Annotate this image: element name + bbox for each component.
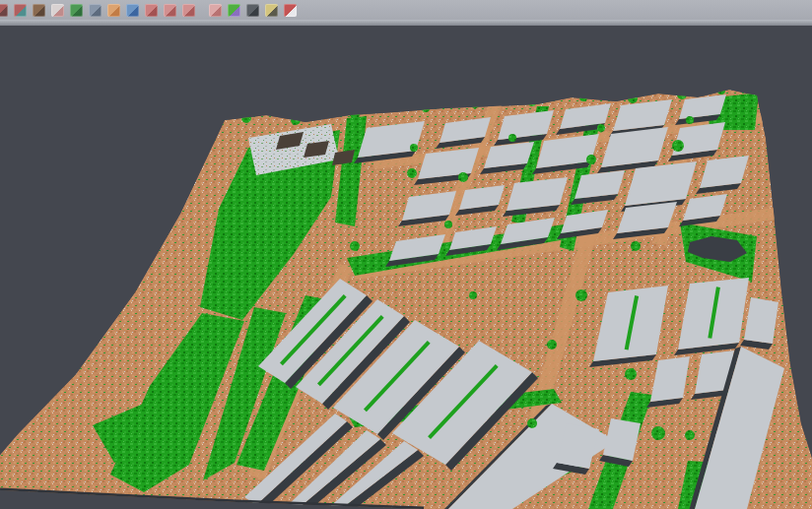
classification-map-icon[interactable] — [228, 4, 240, 17]
dashed-region-icon[interactable] — [209, 4, 222, 17]
3d-viewport-container — [0, 26, 812, 509]
layers-red-icon[interactable] — [145, 4, 158, 17]
profile-column-icon[interactable] — [89, 4, 102, 17]
tree — [410, 144, 418, 152]
terrain-layer — [0, 87, 812, 509]
tree — [625, 368, 637, 380]
tree — [241, 113, 251, 123]
tree — [672, 140, 684, 152]
tree — [291, 115, 301, 125]
tree — [677, 90, 687, 99]
tree — [350, 241, 360, 251]
dem-hill-icon[interactable] — [33, 4, 45, 17]
tree — [717, 87, 725, 95]
tree — [469, 291, 477, 299]
tree — [508, 134, 516, 142]
tree — [685, 430, 695, 440]
tree — [458, 172, 468, 182]
tree — [579, 94, 587, 101]
rectangle-selection-icon[interactable] — [182, 4, 195, 17]
tree — [751, 91, 759, 98]
point-cloud-multicolor-icon[interactable] — [14, 4, 27, 17]
clip-box-icon[interactable] — [265, 4, 278, 17]
tree — [547, 340, 557, 350]
tree — [575, 289, 587, 301]
tree — [444, 221, 452, 228]
tree — [628, 94, 638, 103]
orthophoto-icon[interactable] — [107, 4, 120, 17]
tree — [631, 241, 641, 251]
tree — [422, 104, 430, 112]
globe-icon[interactable] — [126, 4, 139, 17]
application-window: { "toolbar": { "icons": [ {"name":"point… — [0, 0, 812, 509]
tree — [597, 124, 605, 132]
point-cloud-red-icon[interactable] — [0, 4, 8, 17]
tree — [471, 100, 479, 108]
tree — [407, 168, 417, 178]
tree — [742, 106, 750, 114]
tree — [350, 109, 360, 119]
sphere-view-icon[interactable] — [246, 4, 259, 17]
terrain-green-icon[interactable] — [70, 4, 83, 17]
3d-viewport[interactable] — [0, 26, 812, 509]
tree — [527, 418, 537, 428]
tree — [528, 98, 536, 106]
main-toolbar — [0, 0, 812, 20]
tree — [586, 155, 596, 164]
tree — [651, 426, 665, 440]
tree — [686, 116, 694, 124]
sparse-points-icon[interactable] — [51, 4, 64, 17]
circle-selection-icon[interactable] — [164, 4, 176, 17]
flag-red-icon[interactable] — [284, 4, 297, 17]
